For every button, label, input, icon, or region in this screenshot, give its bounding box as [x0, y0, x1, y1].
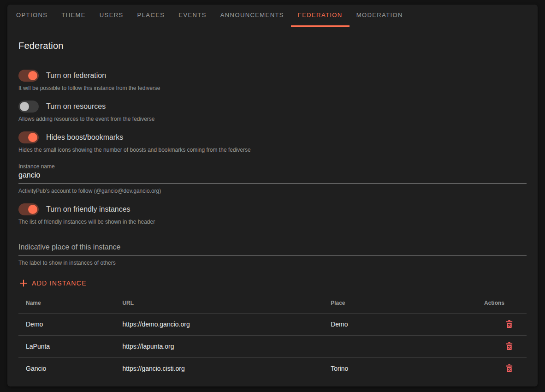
federation-settings-panel: Federation Turn on federation It will be… [7, 41, 538, 380]
delete-instance-button[interactable] [503, 318, 515, 330]
toggle-thumb [28, 205, 37, 214]
instance-name-cell: Gancio [18, 357, 115, 380]
table-row: LaPunta https://lapunta.org [18, 335, 527, 357]
tab-places[interactable]: Places [130, 5, 172, 27]
toggle-thumb [28, 133, 37, 142]
column-header-place: Place [323, 293, 461, 313]
tab-options[interactable]: Options [9, 5, 54, 27]
column-header-url: URL [115, 293, 323, 313]
tab-theme[interactable]: Theme [54, 5, 93, 27]
instance-name-input[interactable] [18, 170, 527, 184]
trash-icon [505, 341, 514, 351]
setting-description: The list of friendly instances will be s… [18, 219, 527, 225]
hide-boosts-toggle[interactable] [18, 131, 39, 143]
toggle-label: Hides boost/bookmarks [46, 133, 123, 142]
setting-description: It will be possible to follow this insta… [18, 85, 527, 91]
instance-name-cell: Demo [18, 313, 115, 335]
toggle-thumb [20, 102, 29, 111]
setting-turn-on-federation: Turn on federation It will be possible t… [18, 70, 527, 91]
column-header-actions: Actions [461, 293, 527, 313]
add-instance-button[interactable]: Add Instance [18, 276, 91, 290]
setting-turn-on-resources: Turn on resources Allows adding resource… [18, 101, 527, 122]
instance-place-cell [323, 335, 461, 357]
instance-place-cell: Torino [323, 357, 461, 380]
resources-toggle[interactable] [18, 101, 39, 113]
instance-place-cell: Demo [323, 313, 461, 335]
tab-users[interactable]: Users [93, 5, 130, 27]
table-row: Gancio https://gancio.cisti.org Torino [18, 357, 527, 380]
trash-icon [505, 319, 514, 329]
instance-name-field-group: Instance name ActivityPub's account to f… [18, 163, 527, 194]
instance-name-label: Instance name [18, 163, 527, 170]
tab-federation[interactable]: Federation [291, 5, 350, 27]
setting-description: Allows adding resources to the event fro… [18, 116, 527, 122]
instance-place-hint: The label to show in instances of others [18, 260, 527, 266]
admin-panel-card: Options Theme Users Places Events Announ… [7, 5, 538, 386]
instance-name-hint: ActivityPub's account to follow (@gancio… [18, 188, 527, 194]
table-header-row: Name URL Place Actions [18, 293, 527, 313]
column-header-name: Name [18, 293, 115, 313]
delete-instance-button[interactable] [503, 362, 515, 374]
instance-url-cell: https://gancio.cisti.org [115, 357, 323, 380]
instance-place-field-group: The label to show in instances of others [18, 242, 527, 266]
setting-friendly-instances: Turn on friendly instances The list of f… [18, 203, 527, 225]
friendly-instances-toggle[interactable] [18, 203, 39, 215]
tab-events[interactable]: Events [172, 5, 213, 27]
friendly-instances-table: Name URL Place Actions Demo https://demo… [18, 293, 527, 380]
setting-hide-boosts: Hides boost/bookmarks Hides the small ic… [18, 131, 527, 153]
admin-tab-bar: Options Theme Users Places Events Announ… [7, 5, 538, 27]
delete-instance-button[interactable] [503, 340, 515, 352]
toggle-label: Turn on friendly instances [46, 205, 130, 214]
toggle-label: Turn on federation [46, 71, 106, 80]
federation-toggle[interactable] [18, 70, 39, 82]
toggle-thumb [28, 71, 37, 80]
trash-icon [505, 363, 514, 373]
instance-url-cell: https://lapunta.org [115, 335, 323, 357]
plus-icon [19, 279, 28, 287]
add-instance-label: Add Instance [32, 279, 87, 287]
table-row: Demo https://demo.gancio.org Demo [18, 313, 527, 335]
instance-name-cell: LaPunta [18, 335, 115, 357]
tab-announcements[interactable]: Announcements [213, 5, 291, 27]
instance-url-cell: https://demo.gancio.org [115, 313, 323, 335]
page-title: Federation [18, 41, 527, 51]
tab-moderation[interactable]: Moderation [350, 5, 410, 27]
setting-description: Hides the small icons showing the number… [18, 147, 527, 153]
instance-place-input[interactable] [18, 242, 527, 255]
toggle-label: Turn on resources [46, 102, 106, 111]
